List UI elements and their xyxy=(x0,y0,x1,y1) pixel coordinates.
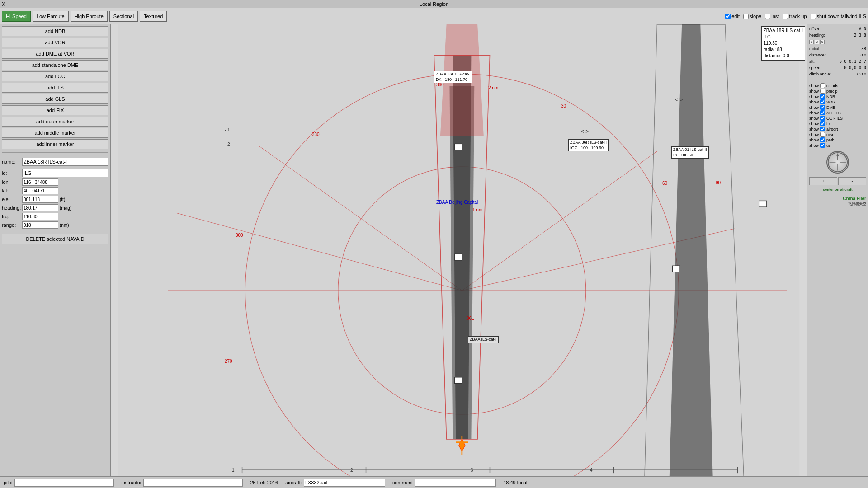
ils-box-freq: 110.30 xyxy=(764,40,803,47)
add-outer-marker-button[interactable]: add outer marker xyxy=(2,117,108,127)
show-our-ils: show OUR ILS xyxy=(809,116,866,121)
track-up-checkbox[interactable] xyxy=(783,14,788,19)
climb-row: climb angle: 0:0 0 xyxy=(809,72,866,76)
map-area[interactable]: < > 2 nm 1 nm 360 330 300 270 30 60 90 3… xyxy=(111,24,807,476)
lon-input[interactable] xyxy=(22,178,58,186)
titlebar: X Local Region xyxy=(0,0,868,8)
add-gls-button[interactable]: add GLS xyxy=(2,94,108,104)
scale-v1: - 1 xyxy=(225,127,230,132)
heading-field-label: heading: xyxy=(2,205,22,211)
frq-input[interactable] xyxy=(22,213,58,220)
toolbar-sectional[interactable]: Sectional xyxy=(109,11,138,22)
show-our-ils-checkbox[interactable] xyxy=(820,116,825,121)
name-input[interactable] xyxy=(22,158,108,166)
id-field-row: id: xyxy=(2,169,108,177)
delete-navaid-button[interactable]: DELETE selected NAVAID xyxy=(2,234,108,244)
watermark: China Flier 飞行者天空 xyxy=(809,196,866,206)
frq-row: frq: xyxy=(2,213,108,220)
id-input[interactable] xyxy=(22,169,108,177)
edit-checkbox-label[interactable]: edit xyxy=(725,14,740,19)
aircraft-input[interactable] xyxy=(304,479,385,487)
heading-input[interactable] xyxy=(22,204,58,211)
show-dme-checkbox[interactable] xyxy=(820,105,825,110)
show-us-checkbox[interactable] xyxy=(820,143,825,148)
add-dme-at-vor-button[interactable]: add DME at VOR xyxy=(2,49,108,59)
nav-arrows-1[interactable]: < > xyxy=(675,97,683,103)
zoom-in-button[interactable]: + xyxy=(809,177,837,185)
svg-marker-12 xyxy=(449,86,474,439)
lon-label: lon: xyxy=(2,179,22,185)
inst-checkbox[interactable] xyxy=(765,14,770,19)
close-button[interactable]: X xyxy=(2,1,5,7)
toolbar-low-enroute[interactable]: Low Enroute xyxy=(33,11,69,22)
slope-checkbox-label[interactable]: slope xyxy=(743,14,761,19)
edit-checkbox[interactable] xyxy=(725,14,731,19)
heading-unit: (mag) xyxy=(60,206,71,211)
add-inner-marker-button[interactable]: add inner marker xyxy=(2,139,108,149)
ele-input[interactable] xyxy=(22,196,58,203)
add-ndb-button[interactable]: add NDB xyxy=(2,26,108,36)
radial-display-row: radial: 88 xyxy=(809,47,866,51)
right-panel: offset: # 0 heading: 2 3 8 2 3 8 radial:… xyxy=(807,24,868,476)
heading-display-label: heading: xyxy=(809,33,825,38)
show-vor: show VOR xyxy=(809,99,866,104)
show-vor-checkbox[interactable] xyxy=(820,99,825,104)
lat-input[interactable] xyxy=(22,187,58,194)
svg-rect-29 xyxy=(454,377,462,384)
range-input[interactable] xyxy=(22,221,58,229)
show-all-ils-checkbox[interactable] xyxy=(820,110,825,115)
show-airport: show airport xyxy=(809,127,866,131)
show-ndb-checkbox[interactable] xyxy=(820,94,825,99)
ils-box-distance: distance: 0.0 xyxy=(764,53,803,59)
watermark-cn: 飞行者天空 xyxy=(848,202,866,206)
zoom-out-button[interactable]: - xyxy=(838,177,866,185)
shut-down-checkbox[interactable] xyxy=(811,14,816,19)
map-svg: < > xyxy=(111,24,807,476)
pilot-input[interactable] xyxy=(14,479,114,487)
compass-rose[interactable] xyxy=(826,151,849,174)
show-rose-checkbox[interactable] xyxy=(820,132,825,137)
show-path-checkbox[interactable] xyxy=(820,137,825,142)
add-middle-marker-button[interactable]: add middle marker xyxy=(2,128,108,138)
main-area: add NDB add VOR add DME at VOR add stand… xyxy=(0,24,868,476)
scale-4: 4 xyxy=(590,468,593,473)
ele-label: ele: xyxy=(2,197,22,202)
scale-3: 3 xyxy=(471,468,473,473)
time-value: 18:49 local xyxy=(503,480,527,485)
offset-value: # 0 xyxy=(859,27,866,31)
track-up-checkbox-label[interactable]: track up xyxy=(783,14,807,19)
add-ils-button[interactable]: add ILS xyxy=(2,83,108,93)
add-fix-button[interactable]: add FIX xyxy=(2,105,108,115)
svg-marker-36 xyxy=(836,153,839,156)
show-precip: show precip xyxy=(809,89,866,94)
lat-label: lat: xyxy=(2,188,22,193)
show-clouds-checkbox[interactable] xyxy=(820,83,825,88)
toolbar-hi-speed[interactable]: Hi-Speed xyxy=(2,11,31,22)
comment-input[interactable] xyxy=(415,479,496,487)
add-vor-button[interactable]: add VOR xyxy=(2,38,108,47)
toolbar: Hi-Speed Low Enroute High Enroute Sectio… xyxy=(0,8,868,24)
nav-arrows-2[interactable]: < > xyxy=(581,128,589,135)
show-precip-checkbox[interactable] xyxy=(820,89,825,94)
instructor-label: instructor xyxy=(121,480,142,485)
add-standalone-dme-button[interactable]: add standalone DME xyxy=(2,60,108,70)
slope-checkbox[interactable] xyxy=(743,14,749,19)
time-field: 18:49 local xyxy=(503,480,527,485)
inst-checkbox-label[interactable]: inst xyxy=(765,14,779,19)
shut-down-tailwind-label[interactable]: shut down tailwind ILS xyxy=(811,14,866,19)
scale-2: 2 xyxy=(350,468,353,473)
toolbar-high-enroute[interactable]: High Enroute xyxy=(71,11,108,22)
offset-row: offset: # 0 xyxy=(809,27,866,31)
instructor-input[interactable] xyxy=(143,479,243,487)
show-fix-checkbox[interactable] xyxy=(820,121,825,126)
climb-label: climb angle: xyxy=(809,72,831,76)
show-airport-checkbox[interactable] xyxy=(820,127,825,131)
ils-box-id: ILG xyxy=(764,34,803,40)
svg-rect-30 xyxy=(673,266,680,272)
alt-label: alt: xyxy=(809,59,815,64)
toolbar-textured[interactable]: Textured xyxy=(140,11,167,22)
speed-label: speed: xyxy=(809,66,821,70)
range-unit: (nm) xyxy=(60,223,69,228)
add-loc-button[interactable]: add LOC xyxy=(2,71,108,81)
distance-label: distance: xyxy=(809,53,826,57)
